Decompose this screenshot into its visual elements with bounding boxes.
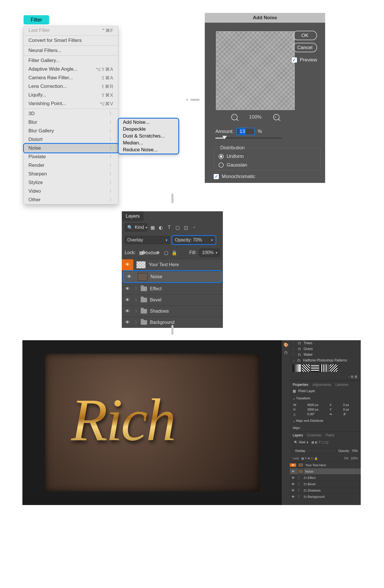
layer-noise[interactable]: 👁 Noise [124,271,221,282]
adjustment-icon[interactable]: ◐ [158,225,163,230]
mini-layer[interactable]: 👁Your Text Here [290,462,361,468]
filter-menu-button[interactable]: Filter [24,15,49,24]
history-icon[interactable]: ◷ [284,350,287,355]
menu-item-convert-smart[interactable]: Convert for Smart Filters [24,36,118,45]
visibility-icon[interactable]: 👁 [290,489,296,492]
menu-item-pixelate[interactable]: Pixelate〉 [24,152,118,161]
amount-input[interactable]: 13 [236,128,255,135]
lock-pixels-icon[interactable]: �better [147,250,152,255]
menu-item-neural-filters[interactable]: Neural Filters... [24,46,118,55]
height-input[interactable]: 3000 px [307,408,327,411]
chevron-right-icon[interactable]: 〉 [135,320,139,325]
layer-group-effect[interactable]: 👁 〉 Effect [122,283,223,294]
opacity-control[interactable]: Opacity: 70% ▾ [172,236,215,244]
pattern-group-grass[interactable]: 〉🗀Grass [290,346,361,352]
radio-on-icon[interactable] [219,154,224,159]
visibility-icon[interactable]: 👁 [290,476,296,479]
gaussian-radio[interactable]: Gaussian [219,162,316,168]
layer-group-bevel[interactable]: 👁 〉 Bevel [122,294,223,305]
submenu-despeckle[interactable]: Despeckle [119,126,178,133]
fill-value[interactable]: 100% [350,457,358,460]
mini-layer-selected[interactable]: 👁Noise [290,468,361,474]
visibility-icon[interactable]: 👁 [124,274,135,279]
menu-item-sharpen[interactable]: Sharpen〉 [24,170,118,178]
lock-position-icon[interactable]: ✥ [155,250,160,255]
type-icon[interactable]: T [167,225,172,230]
visibility-icon[interactable]: 👁 [290,463,296,467]
lock-all-icon[interactable]: 🔒 [172,250,177,255]
pattern-swatch[interactable] [320,364,328,372]
blend-mode-select[interactable]: Overlay [293,448,337,453]
visibility-icon[interactable]: 👁 [122,297,133,303]
uniform-radio[interactable]: Uniform [219,154,316,159]
visibility-icon[interactable]: 👁 [122,259,133,270]
submenu-add-noise[interactable]: Add Noise... [119,119,178,126]
tab-paths[interactable]: Paths [326,433,335,437]
menu-item-vanishing-point[interactable]: Vanishing Point...⌥⌘V [24,99,118,108]
visibility-icon[interactable]: 👁 [122,286,133,291]
submenu-reduce-noise[interactable]: Reduce Noise... [119,146,178,153]
pattern-group-water[interactable]: 〉🗀Water [290,352,361,357]
mini-layer[interactable]: 👁〉🗀 Shadows [290,487,361,493]
menu-item-adaptive-wide-angle[interactable]: Adaptive Wide Angle...⌥⇧⌘A [24,65,118,74]
amount-slider[interactable] [215,138,282,139]
checkbox-icon[interactable]: ✓ [292,57,297,63]
slider-thumb-icon[interactable] [222,136,227,139]
swatches-icon[interactable]: 🎨 [283,343,288,347]
checkbox-icon[interactable]: ✓ [214,174,219,179]
mini-layer[interactable]: 👁〉🗀 Bevel [290,481,361,487]
menu-item-distort[interactable]: Distort〉 [24,135,118,144]
mini-layer[interactable]: 👁〉🗀 Background [290,493,361,500]
tab-channels[interactable]: Channels [307,433,322,437]
zoom-out-icon[interactable]: − [231,114,238,120]
fill-control[interactable]: 100% ▾ [199,249,220,257]
menu-item-other[interactable]: Other〉 [24,196,118,204]
artboard-icon[interactable]: ▫ [192,225,197,230]
pattern-group-halftone[interactable]: ⌄🗀Halftone Photoshop Patterns [290,357,361,363]
menu-item-video[interactable]: Video〉 [24,187,118,196]
menu-item-noise[interactable]: Noise〉 [24,144,118,152]
visibility-icon[interactable]: 👁 [290,470,296,473]
y-input[interactable]: 0 px [343,408,357,411]
pattern-swatch[interactable] [311,364,319,372]
menu-item-filter-gallery[interactable]: Filter Gallery... [24,56,118,65]
cancel-button[interactable]: Cancel [293,43,317,52]
menu-item-camera-raw[interactable]: Camera Raw Filter...⇧⌘A [24,74,118,82]
menu-item-render[interactable]: Render〉 [24,161,118,170]
preview-checkbox-row[interactable]: ✓ Preview [292,57,317,63]
zoom-in-icon[interactable]: + [273,114,279,120]
menu-item-stylize[interactable]: Stylize〉 [24,178,118,187]
visibility-icon[interactable]: 👁 [290,495,296,498]
ok-button[interactable]: OK [293,31,317,40]
lock-artboard-icon[interactable]: ▢ [163,250,169,255]
visibility-icon[interactable]: 👁 [122,309,133,314]
shape-icon[interactable]: ▢ [175,225,180,230]
pattern-swatch[interactable] [293,364,301,372]
transform-section[interactable]: ⌄ Transform [290,395,361,402]
pattern-swatch[interactable] [302,364,310,372]
x-input[interactable]: 0 px [343,403,357,407]
tab-adjustments[interactable]: Adjustments [312,383,331,387]
chevron-right-icon[interactable]: 〉 [135,309,139,314]
menu-item-3d[interactable]: 3D〉 [24,109,118,118]
align-section[interactable]: ⌄ Align and Distribute [290,417,361,424]
chevron-right-icon[interactable]: 〉 [135,297,139,303]
pattern-group-trees[interactable]: 〉🗀Trees [290,340,361,346]
menu-item-liquify[interactable]: Liquify...⇧⌘X [24,91,118,99]
layers-tab[interactable]: Layers [122,211,144,221]
radio-off-icon[interactable] [219,163,224,168]
smart-object-icon[interactable]: ◫ [183,225,188,230]
document-canvas[interactable]: Rich [45,354,259,492]
menu-item-blur-gallery[interactable]: Blur Gallery〉 [24,127,118,135]
opacity-value[interactable]: 70% [352,449,358,452]
width-input[interactable]: 4500 px [307,403,327,407]
visibility-icon[interactable]: 👁 [290,482,296,486]
flip-h-icon[interactable]: ⇋ [329,412,340,416]
chevron-right-icon[interactable]: 〉 [135,286,139,291]
layer-group-shadows[interactable]: 👁 〉 Shadows [122,305,223,317]
filter-kind-select[interactable]: 🔍Kind ▾ [293,440,310,445]
image-icon[interactable]: ▦ [150,225,155,230]
tab-layers[interactable]: Layers [293,433,303,437]
filter-kind-select[interactable]: 🔍 Kind ▾ [125,223,147,231]
submenu-median[interactable]: Median... [119,140,178,146]
